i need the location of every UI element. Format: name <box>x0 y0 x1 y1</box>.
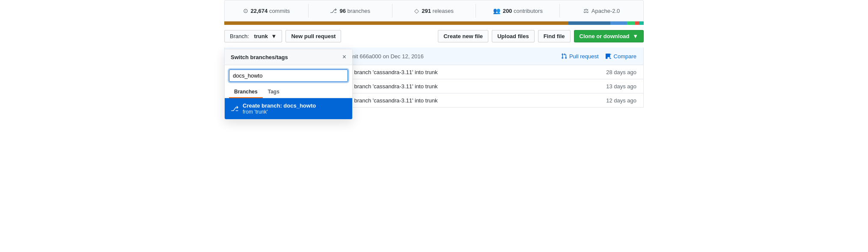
stats-bar: ⊙ 22,674 commits ⎇ 96 branches ◇ 291 rel… <box>224 0 644 21</box>
commits-stat[interactable]: ⊙ 22,674 commits <box>225 4 309 18</box>
create-branch-item[interactable]: ⎇ Create branch: docs_howto from 'trunk' <box>225 98 352 119</box>
create-new-file-button[interactable]: Create new file <box>438 30 488 42</box>
lang-python <box>568 21 610 25</box>
lang-java <box>224 21 568 25</box>
license-stat[interactable]: ⚖ Apache-2.0 <box>560 4 643 18</box>
new-pull-request-button[interactable]: New pull request <box>285 30 341 42</box>
language-bar <box>224 21 644 25</box>
branch-create-icon: ⎇ <box>231 105 238 113</box>
find-file-button[interactable]: Find file <box>538 30 571 42</box>
dropdown-close-button[interactable]: × <box>342 54 346 60</box>
branches-count: 96 branches <box>339 8 370 14</box>
commit-bar-right: Pull request Compare <box>561 53 636 60</box>
branch-name: trunk <box>254 33 268 39</box>
dropdown-header: Switch branches/tags × <box>225 49 352 65</box>
toolbar-right: Create new file Upload files Find file C… <box>438 30 644 42</box>
clone-label: Clone or download <box>580 33 630 39</box>
lang-other2 <box>627 21 636 25</box>
dropdown-search-container <box>225 65 352 86</box>
branch-search-input[interactable] <box>229 69 348 82</box>
tab-tags[interactable]: Tags <box>263 86 285 98</box>
pull-request-link[interactable]: Pull request <box>561 53 599 60</box>
create-branch-subtitle: from 'trunk' <box>243 109 316 115</box>
branches-stat[interactable]: ⎇ 96 branches <box>309 4 392 18</box>
file-message: Merge branch 'cassandra-3.11' into trunk <box>337 69 585 75</box>
file-message: Merge branch 'cassandra-3.11' into trunk <box>337 83 585 90</box>
license-label: Apache-2.0 <box>592 8 620 14</box>
lang-other1 <box>610 21 627 25</box>
releases-icon: ◇ <box>414 7 419 14</box>
dropdown-title: Switch branches/tags <box>231 54 288 60</box>
commits-count: 22,674 commits <box>251 8 290 14</box>
releases-count: 291 releases <box>422 8 453 14</box>
contributors-count: 200 contributors <box>503 8 543 14</box>
file-time: 12 days ago <box>585 97 636 104</box>
tab-branches[interactable]: Branches <box>229 86 263 98</box>
compare-label: Compare <box>614 53 636 60</box>
pull-request-icon <box>561 53 567 59</box>
create-branch-info: Create branch: docs_howto from 'trunk' <box>243 102 316 115</box>
contributors-icon: 👥 <box>493 7 500 14</box>
branch-label: Branch: <box>230 33 249 39</box>
toolbar: Branch: trunk ▼ New pull request Create … <box>224 25 644 48</box>
toolbar-left: Branch: trunk ▼ New pull request <box>224 30 341 42</box>
create-branch-title: Create branch: docs_howto <box>243 102 316 109</box>
branch-selector-button[interactable]: Branch: trunk ▼ <box>224 30 282 42</box>
releases-stat[interactable]: ◇ 291 releases <box>392 4 476 18</box>
clone-or-download-button[interactable]: Clone or download ▼ <box>574 30 644 42</box>
file-time: 28 days ago <box>585 69 636 75</box>
dropdown-tabs: Branches Tags <box>225 86 352 98</box>
lang-other4 <box>639 21 644 25</box>
commits-icon: ⊙ <box>243 7 248 14</box>
upload-files-button[interactable]: Upload files <box>492 30 535 42</box>
file-message: Merge branch 'cassandra-3.11' into trunk <box>337 97 585 104</box>
lang-other3 <box>635 21 639 25</box>
license-icon: ⚖ <box>583 7 589 14</box>
contributors-stat[interactable]: 👥 200 contributors <box>476 4 560 18</box>
file-time: 13 days ago <box>585 83 636 90</box>
pull-request-label: Pull request <box>569 53 599 60</box>
compare-icon <box>606 53 612 59</box>
compare-link[interactable]: Compare <box>606 53 636 60</box>
branch-dropdown-panel: Switch branches/tags × Branches Tags ⎇ C… <box>224 49 353 120</box>
branches-icon: ⎇ <box>330 7 337 14</box>
